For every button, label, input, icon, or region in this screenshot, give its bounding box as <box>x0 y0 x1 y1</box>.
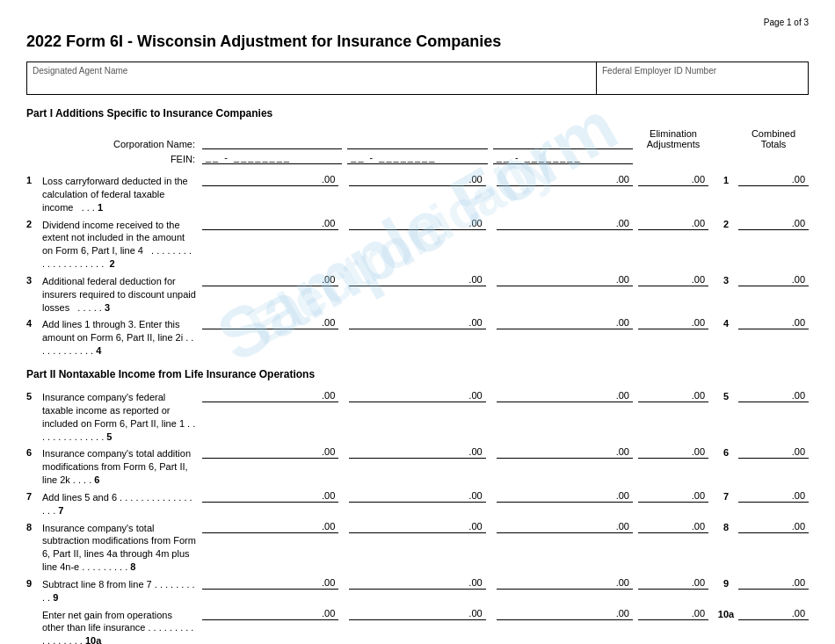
r8-val1[interactable]: .00 <box>202 520 338 533</box>
row-desc-5: Insurance company's federal taxable inco… <box>42 389 202 443</box>
r5-combined[interactable]: .00 <box>738 389 809 402</box>
r4-val1[interactable]: .00 <box>202 316 338 329</box>
r5-val3[interactable]: .00 <box>497 389 633 402</box>
row-num-1: 1 <box>26 173 42 185</box>
r7-val2[interactable]: .00 <box>349 489 485 503</box>
r3-linenum: 3 <box>714 273 738 286</box>
r7-linenum: 7 <box>714 489 738 502</box>
r10a-val1[interactable]: .00 <box>202 607 338 620</box>
r9-val2[interactable]: .00 <box>349 576 485 590</box>
r1-val2[interactable]: .00 <box>349 173 485 186</box>
r5-val1[interactable]: .00 <box>202 389 338 402</box>
r10a-combined[interactable]: .00 <box>738 607 809 620</box>
r6-combined[interactable]: .00 <box>738 445 809 459</box>
r4-elim[interactable]: .00 <box>638 316 708 329</box>
part2-title: Part II Nontaxable Income from Life Insu… <box>26 368 809 380</box>
r8-val3[interactable]: .00 <box>497 520 633 533</box>
r9-val1[interactable]: .00 <box>202 576 338 590</box>
r2-val1[interactable]: .00 <box>202 217 338 230</box>
r2-combined[interactable]: .00 <box>738 217 809 230</box>
r9-combined[interactable]: .00 <box>738 576 809 590</box>
r6-val3[interactable]: .00 <box>497 445 633 459</box>
r8-linenum: 8 <box>714 520 738 532</box>
r7-elim[interactable]: .00 <box>638 489 708 503</box>
r6-elim[interactable]: .00 <box>638 445 708 459</box>
part2-row-10a: Enter net gain from operations other tha… <box>26 607 809 644</box>
part2-row-5: 5 Insurance company's federal taxable in… <box>26 389 809 443</box>
r3-val1[interactable]: .00 <box>202 273 338 286</box>
r3-combined[interactable]: .00 <box>738 273 809 286</box>
r1-combined[interactable]: .00 <box>738 173 809 186</box>
main-title: 2022 Form 6I - Wisconsin Adjustment for … <box>26 33 809 51</box>
row-num-7: 7 <box>26 489 42 502</box>
row-desc-9: Subtract line 8 from line 7 . . . . . . … <box>42 576 202 604</box>
header-fields: Designated Agent Name Federal Employer I… <box>26 62 809 95</box>
r10a-val3[interactable]: .00 <box>497 607 633 620</box>
r6-val2[interactable]: .00 <box>349 445 485 459</box>
row-desc-10a: Enter net gain from operations other tha… <box>42 607 202 644</box>
r4-val2[interactable]: .00 <box>349 316 485 329</box>
corp-name-row: Corporation Name: Elimination Adjustment… <box>26 128 809 149</box>
corp-col-1[interactable] <box>202 135 342 149</box>
agent-name-field[interactable]: Designated Agent Name <box>27 62 597 94</box>
elimination-label: Elimination Adjustments <box>638 128 708 149</box>
r7-combined[interactable]: .00 <box>738 489 809 503</box>
fein-label: Federal Employer ID Number <box>602 66 802 76</box>
r7-val3[interactable]: .00 <box>497 489 633 503</box>
r7-val1[interactable]: .00 <box>202 489 338 503</box>
fein-row: FEIN: __ - ________ __ - ________ __ - _… <box>26 151 809 164</box>
corp-col-2[interactable] <box>347 135 487 149</box>
combined-label: Combined Totals <box>738 128 809 149</box>
r10a-val2[interactable]: .00 <box>349 607 485 620</box>
row-num-10a <box>26 607 42 609</box>
row-desc-2: Dividend income received to the extent n… <box>42 217 202 271</box>
r5-elim[interactable]: .00 <box>638 389 708 402</box>
r1-linenum: 1 <box>714 173 738 185</box>
part1-section: Sample Form Electronically Part I Additi… <box>26 107 809 358</box>
agent-name-label: Designated Agent Name <box>33 66 591 76</box>
r1-val1[interactable]: .00 <box>202 173 338 186</box>
r8-elim[interactable]: .00 <box>638 520 708 533</box>
row-num-4: 4 <box>26 316 42 329</box>
r5-linenum: 5 <box>714 389 738 402</box>
r5-val2[interactable]: .00 <box>349 389 485 402</box>
fein-field[interactable]: Federal Employer ID Number <box>597 62 808 94</box>
page-number: Page 1 of 3 <box>26 18 809 27</box>
corp-col-3[interactable] <box>493 135 633 149</box>
r4-val3[interactable]: .00 <box>497 316 633 329</box>
r6-val1[interactable]: .00 <box>202 445 338 459</box>
r3-elim[interactable]: .00 <box>638 273 708 286</box>
r6-linenum: 6 <box>714 445 738 458</box>
r2-val3[interactable]: .00 <box>497 217 633 230</box>
row-num-5: 5 <box>26 389 42 402</box>
part1-row-2: 2 Dividend income received to the extent… <box>26 217 809 271</box>
r1-val3[interactable]: .00 <box>497 173 633 186</box>
part2-row-6: 6 Insurance company's total addition mod… <box>26 445 809 487</box>
r2-elim[interactable]: .00 <box>638 217 708 230</box>
r10a-linenum: 10a <box>714 607 738 619</box>
row-desc-4: Add lines 1 through 3. Enter this amount… <box>42 316 202 358</box>
r2-val2[interactable]: .00 <box>349 217 485 230</box>
r8-val2[interactable]: .00 <box>349 520 485 533</box>
r1-elim[interactable]: .00 <box>638 173 708 186</box>
corp-name-label: Corporation Name: <box>26 139 202 149</box>
r4-combined[interactable]: .00 <box>738 316 809 329</box>
fein-input-3[interactable]: __ - ________ <box>493 151 633 164</box>
r3-val3[interactable]: .00 <box>497 273 633 286</box>
part2-row-9: 9 Subtract line 8 from line 7 . . . . . … <box>26 576 809 604</box>
part2-row-8: 8 Insurance company's total subtraction … <box>26 520 809 574</box>
r8-combined[interactable]: .00 <box>738 520 809 533</box>
r3-val2[interactable]: .00 <box>349 273 485 286</box>
r10a-elim[interactable]: .00 <box>638 607 708 620</box>
row-num-9: 9 <box>26 576 42 589</box>
fein-row-label: FEIN: <box>26 154 202 164</box>
row-num-2: 2 <box>26 217 42 229</box>
row-desc-1: Loss carryforward deducted in the calcul… <box>42 173 202 214</box>
row-desc-8: Insurance company's total subtraction mo… <box>42 520 202 574</box>
row-desc-3: Additional federal deduction for insurer… <box>42 273 202 315</box>
fein-input-2[interactable]: __ - ________ <box>347 151 487 164</box>
r9-val3[interactable]: .00 <box>497 576 633 590</box>
r9-elim[interactable]: .00 <box>638 576 708 590</box>
fein-input-1[interactable]: __ - ________ <box>202 151 342 164</box>
part2-section: Part II Nontaxable Income from Life Insu… <box>26 368 809 644</box>
